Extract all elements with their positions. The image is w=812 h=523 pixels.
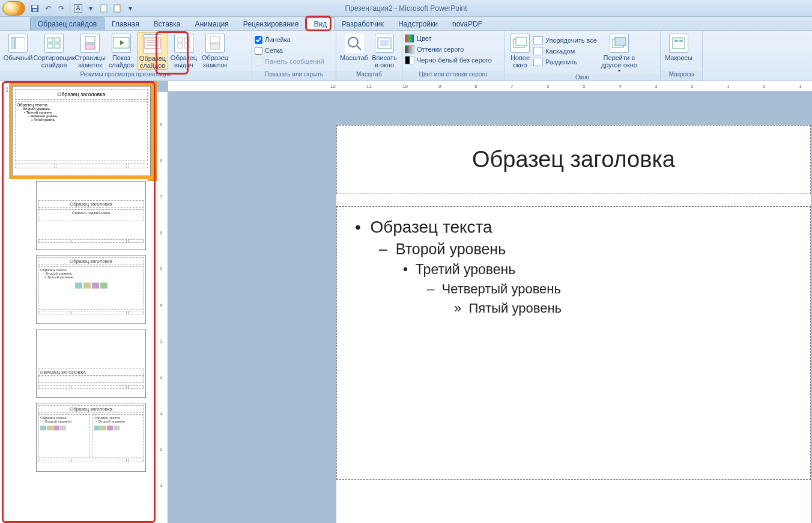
split-label: Разделить [545, 58, 577, 66]
svg-rect-10 [47, 44, 53, 48]
svg-rect-34 [673, 38, 685, 49]
qat-doc1-icon[interactable] [99, 4, 109, 13]
fit-window-button[interactable]: Вписать в окно [369, 32, 399, 69]
vertical-ruler[interactable]: 9 8 7 6 5 4 3 2 1 0 1 [157, 92, 168, 523]
svg-rect-12 [85, 37, 95, 43]
zoom-label: Масштаб [340, 54, 368, 61]
thumbnails-pane[interactable]: 1 Образец заголовка Образец текста – Вто… [0, 81, 157, 523]
svg-rect-9 [55, 38, 60, 42]
notesmaster-label-1: Образец [202, 54, 228, 61]
layout-thumbnail-1[interactable]: Образец заголовка Образец подзаголовка [36, 181, 146, 250]
grayscale-button[interactable]: Оттенки серого [405, 44, 464, 55]
tab-home[interactable]: Главная [105, 18, 147, 30]
slideshow-button[interactable]: Показ слайдов [106, 32, 137, 69]
layout-thumbnail-4[interactable]: Образец заголовка Образец текста – Второ… [36, 403, 146, 472]
group-zoom: Масштаб Вписать в окно Масштаб [336, 31, 402, 81]
svg-point-0 [9, 4, 19, 13]
tab-review[interactable]: Рецензирование [236, 18, 306, 30]
slide-master-editor[interactable]: Образец заголовка • Образец текста – Вто… [336, 125, 811, 523]
master-thumbnail[interactable]: 1 Образец заголовка Образец текста – Вто… [12, 86, 151, 176]
master-thumb-title: Образец заголовка [15, 89, 148, 100]
notes-master-button[interactable]: Образец заметок [199, 32, 231, 69]
new-window-button[interactable]: Новое окно [507, 32, 533, 69]
notes-page-button[interactable]: Страницы заметок [74, 32, 106, 69]
quick-access-toolbar: ↶ ↷ A ▾ ▾ [30, 3, 135, 14]
macros-button[interactable]: Макросы [663, 32, 694, 61]
group-color: Цвет Оттенки серого Черно-белый без серо… [402, 31, 504, 81]
slide-master-highlight [156, 31, 189, 75]
switch-window-button[interactable]: Перейти в другое окно ▾ [597, 32, 641, 74]
master-thumb-lvl5: » Пятый уровень [31, 118, 146, 121]
undo-icon[interactable]: ↶ [43, 4, 53, 13]
svg-rect-33 [615, 37, 626, 46]
showhide-group-label: Показать или скрыть [252, 71, 336, 81]
tab-novapdf[interactable]: novaPDF [445, 18, 489, 30]
slide-canvas[interactable]: Образец заголовка • Образец текста – Вто… [168, 92, 812, 523]
body-lvl2: – Второй уровень [379, 240, 792, 258]
color-label: Цвет [417, 35, 432, 42]
tab-slide-master[interactable]: Образец слайдов [30, 17, 105, 30]
qat-dropdown-icon[interactable]: ▾ [86, 4, 95, 13]
bw-button[interactable]: Черно-белый без серого [405, 55, 492, 66]
qat-icon-a[interactable]: A [74, 4, 82, 13]
svg-rect-35 [674, 40, 678, 42]
ruler-checkbox-row[interactable]: Линейка [255, 34, 291, 45]
switch-label-1: Перейти в [604, 54, 635, 61]
color-button[interactable]: Цвет [405, 33, 432, 44]
horizontal-ruler[interactable]: 12 11 10 9 8 7 6 5 4 3 2 1 0 1 [168, 81, 812, 92]
title-bar: ↶ ↷ A ▾ ▾ Презентация2 - Microsoft Power… [0, 0, 812, 17]
body-lvl5: » Пятый уровень [454, 301, 792, 316]
ruler-checkbox[interactable] [255, 36, 262, 44]
layout-thumbnail-3[interactable]: ОБРАЗЕЦ ЗАГОЛОВКА [36, 329, 146, 398]
qat-customize-icon[interactable]: ▾ [126, 4, 135, 13]
save-icon[interactable] [30, 4, 40, 13]
qat-doc2-icon[interactable] [112, 4, 122, 13]
redo-icon[interactable]: ↷ [56, 4, 66, 13]
group-macros: Макросы Макросы [661, 31, 703, 81]
svg-rect-24 [210, 37, 220, 43]
arrange-all-button[interactable]: Упорядочить все [533, 35, 597, 46]
zoom-button[interactable]: Масштаб [339, 32, 369, 61]
macros-label: Макросы [665, 54, 692, 61]
grid-label: Сетка [265, 47, 283, 54]
message-checkbox-row[interactable]: Панель сообщений [255, 56, 324, 67]
group-presentation-views: Обычный Сортировщик слайдов Страницы зам… [0, 31, 252, 81]
body-lvl1: • Образец текста [355, 218, 792, 237]
grid-checkbox[interactable] [255, 47, 262, 55]
cascade-button[interactable]: Каскадом [533, 46, 597, 57]
tab-developer[interactable]: Разработчик [335, 18, 391, 30]
normal-view-button[interactable]: Обычный [2, 32, 34, 61]
window-title: Презентация2 - Microsoft PowerPoint [345, 4, 467, 13]
svg-rect-13 [85, 44, 95, 49]
group-window: Новое окно Упорядочить все Каскадом Разд… [504, 31, 661, 81]
office-button[interactable] [2, 1, 25, 16]
tab-animation[interactable]: Анимация [187, 18, 235, 30]
grid-checkbox-row[interactable]: Сетка [255, 45, 283, 56]
layout1-title: Образец заголовка [38, 200, 144, 208]
window-group-label: Окно [504, 74, 660, 81]
color-group-label: Цвет или оттенки серого [402, 71, 504, 81]
body-placeholder[interactable]: • Образец текста – Второй уровень • Трет… [336, 206, 811, 480]
views-group-label: Режимы просмотра презентации [0, 71, 252, 81]
title-placeholder[interactable]: Образец заголовка [336, 125, 811, 194]
split-button[interactable]: Разделить [533, 57, 597, 67]
ribbon: Обычный Сортировщик слайдов Страницы зам… [0, 31, 812, 81]
sorter-label-2: слайдов [41, 61, 67, 69]
slideshow-label-1: Показ [112, 54, 130, 61]
gray-label: Оттенки серого [417, 46, 464, 53]
macros-group-label: Макросы [661, 71, 702, 81]
svg-rect-5 [114, 5, 120, 12]
slide-sorter-button[interactable]: Сортировщик слайдов [34, 32, 74, 69]
layout2-title: Образец заголовка [38, 257, 144, 265]
edit-surface: 12 11 10 9 8 7 6 5 4 3 2 1 0 1 9 8 [157, 81, 812, 523]
arrange-label: Упорядочить все [545, 37, 597, 44]
slideshow-label-2: слайдов [109, 61, 135, 69]
body-lvl3: • Третий уровень [403, 262, 792, 278]
svg-rect-6 [11, 37, 14, 49]
tab-insert[interactable]: Вставка [147, 18, 188, 30]
svg-rect-11 [55, 44, 60, 48]
notes-label-1: Страницы [74, 54, 106, 61]
tab-addins[interactable]: Надстройки [391, 18, 445, 30]
layout-thumbnail-2[interactable]: Образец заголовка Образец текста – Второ… [36, 255, 146, 324]
layout3-title: ОБРАЗЕЦ ЗАГОЛОВКА [38, 369, 144, 376]
